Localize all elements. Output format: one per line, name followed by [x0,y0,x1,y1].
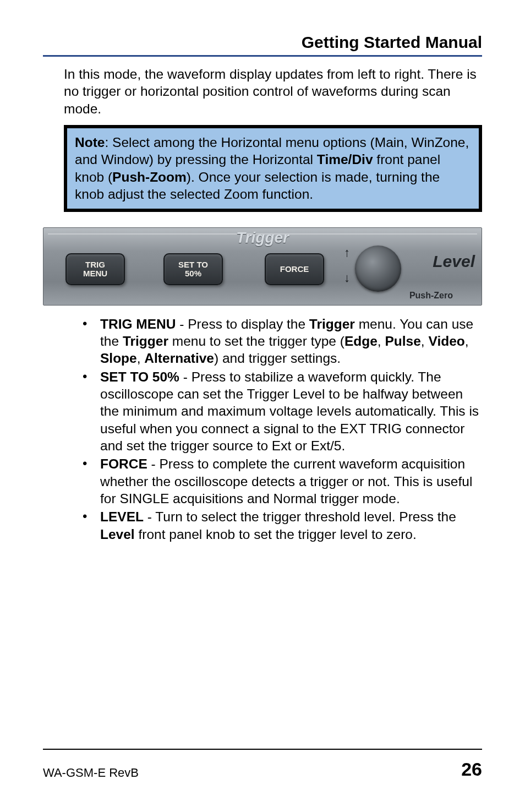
bullet-strong: LEVEL [100,509,144,524]
note-box: Note: Select among the Horizontal menu o… [64,125,482,211]
level-label: Level [433,252,475,271]
bullet-strong: FORCE [100,456,147,471]
set50-line2: 50% [185,269,201,278]
bullet-sep: - [176,317,188,331]
intro-paragraph: In this mode, the waveform display updat… [43,66,482,117]
page-header: Getting Started Manual [43,33,482,57]
force-button: FORCE [265,253,324,285]
list-item: FORCE - Press to complete the current wa… [83,455,482,507]
trig-menu-button: TRIG MENU [65,253,125,285]
bullet-sep: - [147,456,160,471]
panel-title: Trigger [236,229,289,247]
bullet-sep: - [179,369,192,384]
page-title: Getting Started Manual [43,33,482,52]
level-knob-group: ↑ ↓ Level Push-Zero [338,240,476,301]
footer-page-number: 26 [461,759,482,780]
set50-line1: SET TO [178,260,208,269]
trig-menu-line2: MENU [83,269,107,278]
list-item: SET TO 50% - Press to stabilize a wavefo… [83,368,482,455]
note-bold-timediv: Time/Div [317,152,373,167]
footer-doc-id: WA-GSM-E RevB [43,766,139,780]
bullet-strong: SET TO 50% [100,369,179,384]
arrow-up-icon: ↑ [344,246,350,260]
list-item: LEVEL - Turn to select the trigger thres… [83,508,482,543]
bullet-sep: - [144,509,155,524]
arrow-down-icon: ↓ [344,271,350,285]
push-zero-label: Push-Zero [409,291,453,301]
note-bold-pushzoom: Push-Zoom [112,170,187,184]
list-item: TRIG MENU - Press to display the Trigger… [83,315,482,367]
set-to-50-button: SET TO 50% [163,253,223,285]
note-label: Note [75,135,105,150]
page-footer: WA-GSM-E RevB 26 [43,749,482,780]
force-label: FORCE [280,265,309,274]
trig-menu-line1: TRIG [85,260,105,269]
bullet-list: TRIG MENU - Press to display the Trigger… [43,315,482,543]
trigger-panel-photo: Trigger TRIG MENU SET TO 50% FORCE ↑ ↓ L… [43,227,482,306]
bullet-strong: TRIG MENU [100,317,176,331]
level-knob [355,246,401,292]
